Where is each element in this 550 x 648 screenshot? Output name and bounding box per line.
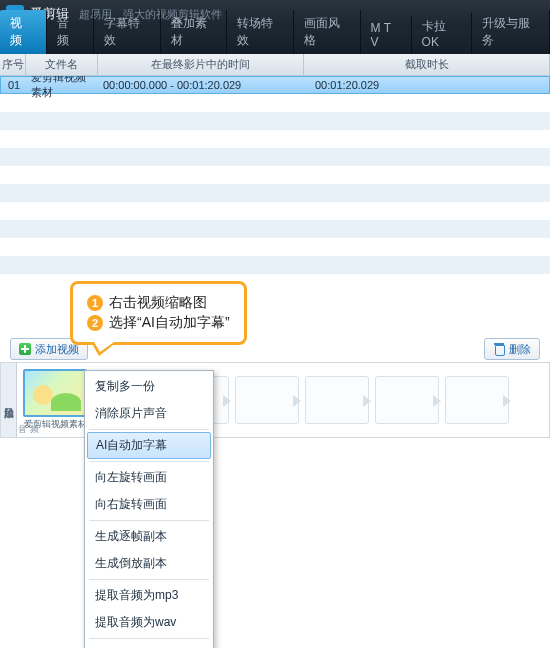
list-row[interactable] — [0, 148, 550, 166]
menu-copy[interactable]: 复制多一份 — [85, 373, 213, 400]
col-filename: 文件名 — [26, 54, 98, 75]
empty-clip-slot[interactable] — [445, 376, 509, 424]
list-header: 序号 文件名 在最终影片中的时间 截取时长 — [0, 54, 550, 76]
cell-range: 00:00:00.000 - 00:01:20.029 — [99, 79, 305, 91]
main-tabs: 视 频 音 频 字幕特效 叠加素材 转场特效 画面风格 M T V 卡拉OK 升… — [0, 28, 550, 54]
step-text-1: 右击视频缩略图 — [109, 294, 207, 312]
menu-mute[interactable]: 消除原片声音 — [85, 400, 213, 427]
tab-transition[interactable]: 转场特效 — [227, 10, 294, 54]
strip-footer: 音 频 — [18, 423, 39, 436]
help-callout: 1 右击视频缩略图 2 选择“AI自动加字幕” — [70, 281, 247, 345]
clip-item[interactable]: 爱剪辑视频素材 — [21, 369, 89, 431]
col-index: 序号 — [0, 54, 26, 75]
callout-tail-icon — [91, 342, 117, 356]
clips-strip: 已添加片段 爱剪辑视频素材 音 频 — [0, 362, 550, 438]
context-menu: 复制多一份 消除原片声音 AI自动加字幕 向左旋转画面 向右旋转画面 生成逐帧副… — [84, 370, 214, 648]
menu-separator — [89, 579, 209, 580]
col-duration: 截取时长 — [304, 54, 550, 75]
empty-clip-slot[interactable] — [305, 376, 369, 424]
tab-style[interactable]: 画面风格 — [294, 10, 361, 54]
step-badge-2: 2 — [87, 315, 103, 331]
list-row[interactable] — [0, 112, 550, 130]
list-row[interactable] — [0, 238, 550, 256]
cell-index: 01 — [1, 79, 27, 91]
list-row[interactable] — [0, 130, 550, 148]
menu-reverse-copy[interactable]: 生成倒放副本 — [85, 550, 213, 577]
menu-separator — [89, 461, 209, 462]
list-row[interactable] — [0, 184, 550, 202]
cell-filename: 爱剪辑视频素材 — [27, 76, 99, 100]
cell-duration: 00:01:20.029 — [305, 79, 549, 91]
list-row[interactable] — [0, 220, 550, 238]
step-text-2: 选择“AI自动加字幕” — [109, 314, 230, 332]
menu-extract-wav[interactable]: 提取音频为wav — [85, 609, 213, 636]
delete-label: 删除 — [509, 342, 531, 357]
tab-karaoke[interactable]: 卡拉OK — [412, 13, 472, 54]
tab-upgrade[interactable]: 升级与服务 — [472, 10, 550, 54]
tab-video[interactable]: 视 频 — [0, 10, 47, 54]
plus-icon — [19, 343, 31, 355]
list-row[interactable] — [0, 202, 550, 220]
clip-list: 01 爱剪辑视频素材 00:00:00.000 - 00:01:20.029 0… — [0, 76, 550, 274]
tab-mtv[interactable]: M T V — [361, 16, 412, 54]
menu-media-info[interactable]: 媒体信息 — [85, 641, 213, 648]
trash-icon — [493, 343, 505, 355]
menu-extract-mp3[interactable]: 提取音频为mp3 — [85, 582, 213, 609]
empty-clip-slot[interactable] — [235, 376, 299, 424]
menu-ai-subtitle[interactable]: AI自动加字幕 — [87, 432, 211, 459]
menu-frame-copy[interactable]: 生成逐帧副本 — [85, 523, 213, 550]
tab-subtitle-fx[interactable]: 字幕特效 — [94, 10, 161, 54]
list-row[interactable]: 01 爱剪辑视频素材 00:00:00.000 - 00:01:20.029 0… — [0, 76, 550, 94]
add-video-label: 添加视频 — [35, 342, 79, 357]
tab-audio[interactable]: 音 频 — [47, 10, 94, 54]
list-row[interactable] — [0, 166, 550, 184]
menu-separator — [89, 638, 209, 639]
empty-clip-slot[interactable] — [375, 376, 439, 424]
menu-separator — [89, 520, 209, 521]
tab-overlay[interactable]: 叠加素材 — [161, 10, 228, 54]
menu-rotate-right[interactable]: 向右旋转画面 — [85, 491, 213, 518]
strip-label: 已添加片段 — [1, 363, 17, 437]
step-badge-1: 1 — [87, 295, 103, 311]
menu-separator — [89, 429, 209, 430]
col-timerange: 在最终影片中的时间 — [98, 54, 304, 75]
list-row[interactable] — [0, 256, 550, 274]
delete-button[interactable]: 删除 — [484, 338, 540, 360]
clip-thumbnail[interactable] — [23, 369, 87, 417]
menu-rotate-left[interactable]: 向左旋转画面 — [85, 464, 213, 491]
